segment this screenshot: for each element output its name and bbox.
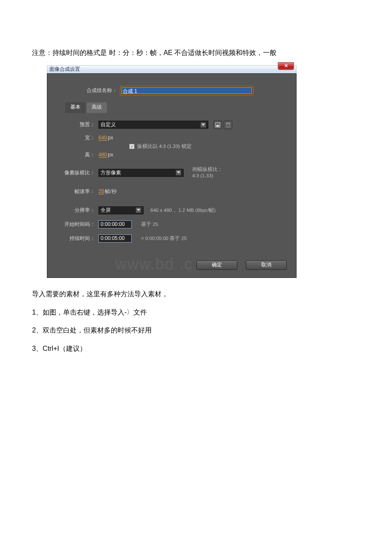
cancel-button[interactable]: 取消 <box>246 260 287 270</box>
height-label: 高： <box>57 151 98 159</box>
titlebar-text: 图像合成设置 <box>49 66 80 73</box>
checkbox-checked-icon: ✓ <box>129 144 135 149</box>
resolution-info: 640 x 480， 1.2 MB (8bpc/帧) <box>150 207 216 214</box>
fps-unit: 帧/秒 <box>105 188 116 195</box>
lock-aspect-label: 纵横比以 4:3 (1.33) 锁定 <box>137 143 192 150</box>
close-button[interactable]: ✕ <box>278 62 294 70</box>
start-timecode-input[interactable]: 0:00:00:00 <box>98 220 132 228</box>
watermark-text: www.bd .c <box>115 255 193 273</box>
par-dropdown[interactable]: 方形像素 <box>98 169 184 177</box>
height-input[interactable]: 480 <box>98 152 107 158</box>
duration-input[interactable]: 0:00:05:00 <box>98 234 132 243</box>
tab-basic[interactable]: 基本 <box>65 102 86 113</box>
preset-dropdown[interactable]: 自定义 <box>98 121 208 129</box>
intro-text: 注意：持续时间的格式是 时：分：秒：帧，AE 不合适做长时间视频和特效，一般 <box>17 47 375 59</box>
fps-label: 帧速率： <box>57 188 98 195</box>
close-icon: ✕ <box>284 63 288 69</box>
comp-name-value: 合成 1 <box>123 88 137 94</box>
frame-aspect-label: 画幅纵横比： <box>192 166 223 173</box>
svg-rect-1 <box>216 125 219 127</box>
doc-p1: 导入需要的素材，这里有多种方法导入素材， <box>17 288 375 301</box>
start-tc-note: 基于 25 <box>141 221 158 228</box>
tab-bar: 基本 高级 <box>65 102 287 113</box>
chevron-down-icon <box>200 122 206 128</box>
frame-aspect-value: 4:3 (1.33) <box>192 173 223 179</box>
start-tc-value: 0:00:00:00 <box>101 221 125 227</box>
chevron-down-icon <box>135 207 141 213</box>
fps-input[interactable]: 25 <box>98 188 104 194</box>
comp-name-label: 合成组名称： <box>86 87 121 94</box>
svg-rect-3 <box>226 123 230 124</box>
preset-label: 预置： <box>57 121 98 128</box>
preset-value: 自定义 <box>101 121 116 128</box>
doc-p3: 2、双击空白处，但素材多的时候不好用 <box>17 324 375 337</box>
composition-settings-dialog: 图像合成设置 ✕ 合成组名称： 合成 1 基本 高级 预置： 自定义 <box>47 65 392 278</box>
height-unit: px <box>108 152 113 158</box>
duration-label: 持续时间： <box>57 235 98 242</box>
svg-rect-2 <box>227 124 230 127</box>
tab-advanced[interactable]: 高级 <box>86 102 107 113</box>
duration-note: = 0:00:05:00 基于 25 <box>141 235 187 242</box>
resolution-value: 全屏 <box>101 207 111 214</box>
delete-preset-button[interactable] <box>224 121 232 129</box>
par-label: 像素纵横比： <box>57 169 98 176</box>
lock-aspect-checkbox[interactable]: ✓ 纵横比以 4:3 (1.33) 锁定 <box>129 143 192 150</box>
duration-value: 0:00:05:00 <box>101 235 125 241</box>
chevron-down-icon <box>176 170 182 176</box>
start-tc-label: 开始时间码： <box>57 221 98 228</box>
comp-name-input[interactable]: 合成 1 <box>121 87 253 95</box>
resolution-label: 分辨率： <box>57 207 98 214</box>
width-input[interactable]: 640 <box>98 135 107 141</box>
ok-button[interactable]: 确定 <box>196 260 237 270</box>
titlebar[interactable]: 图像合成设置 ✕ <box>47 65 297 73</box>
doc-p2: 1、如图，单击右键，选择导入-〉文件 <box>17 306 375 319</box>
save-preset-button[interactable] <box>213 121 222 129</box>
par-value: 方形像素 <box>101 169 121 176</box>
width-unit: px <box>108 135 113 141</box>
width-label: 宽： <box>57 134 98 142</box>
doc-p4: 3、Ctrl+I（建议） <box>17 343 375 355</box>
resolution-dropdown[interactable]: 全屏 <box>98 206 144 214</box>
